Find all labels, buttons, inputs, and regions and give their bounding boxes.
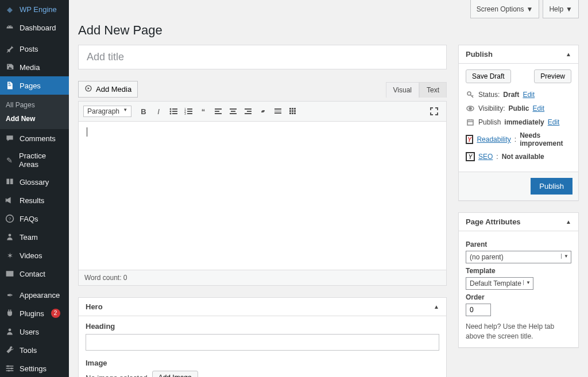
visibility-label: Visibility: (478, 104, 505, 112)
link-button[interactable] (256, 104, 270, 119)
editor-status-bar: Word count: 0 (78, 270, 447, 286)
align-center-button[interactable] (226, 104, 241, 119)
hero-heading-label: Heading (86, 322, 439, 331)
toolbar-toggle-button[interactable] (285, 104, 300, 119)
sidebar-item-results[interactable]: Results (0, 191, 69, 209)
sidebar-item-glossary[interactable]: Glossary (0, 173, 69, 191)
sidebar-sub-allpages[interactable]: All Pages (0, 98, 69, 112)
parent-select[interactable]: (no parent) ▼ (466, 251, 571, 263)
fullscreen-button[interactable] (427, 104, 442, 119)
svg-point-50 (469, 107, 471, 110)
chevron-down-icon: ▼ (527, 5, 533, 13)
tab-visual[interactable]: Visual (386, 82, 419, 98)
blockquote-button[interactable]: “ (196, 104, 211, 119)
sidebar-item-label: WP Engine (20, 5, 57, 14)
svg-point-15 (170, 108, 172, 110)
sidebar-item-settings[interactable]: Settings (0, 359, 69, 377)
sidebar-item-videos[interactable]: ✶ Videos (0, 246, 69, 265)
select-value: Default Template (470, 279, 521, 287)
sidebar-item-contact[interactable]: Contact (0, 265, 69, 283)
user-icon (5, 232, 15, 242)
edit-status-link[interactable]: Edit (523, 91, 535, 99)
svg-rect-33 (245, 108, 252, 110)
tab-text[interactable]: Text (419, 82, 447, 98)
collapse-toggle[interactable]: ▲ (566, 51, 571, 57)
media-icon (84, 84, 92, 94)
sidebar-item-plugins[interactable]: Plugins 2 (0, 304, 69, 322)
sidebar-item-wpengine[interactable]: ◆ WP Engine (0, 0, 69, 18)
sidebar-item-label: Settings (20, 364, 47, 373)
svg-rect-44 (294, 110, 296, 112)
svg-rect-35 (245, 113, 252, 114)
publish-box-title: Publish (466, 50, 493, 59)
order-input[interactable] (466, 304, 491, 316)
order-label: Order (466, 293, 571, 301)
eye-icon (466, 104, 475, 113)
sidebar-item-faqs[interactable]: ? FAQs (0, 209, 69, 228)
seo-link[interactable]: SEO (478, 153, 493, 161)
align-left-button[interactable] (211, 104, 226, 119)
sidebar-item-pages[interactable]: Pages (0, 76, 69, 95)
svg-point-7 (7, 365, 9, 367)
sidebar-item-tools[interactable]: Tools (0, 341, 69, 359)
template-label: Template (466, 267, 571, 275)
sidebar-item-comments[interactable]: Comments (0, 129, 69, 147)
sidebar-item-label: FAQs (20, 215, 38, 223)
sidebar-item-media[interactable]: Media (0, 58, 69, 76)
bullet-list-button[interactable] (166, 104, 181, 119)
word-count-value: 0 (123, 274, 127, 282)
sidebar-item-label: Users (20, 328, 39, 336)
save-draft-button[interactable]: Save Draft (466, 69, 511, 83)
svg-text:?: ? (9, 216, 11, 221)
sidebar-item-posts[interactable]: Posts (0, 40, 69, 58)
publish-button[interactable]: Publish (531, 178, 572, 195)
editor-toolbar: Paragraph B I 123 “ (78, 101, 447, 121)
svg-rect-22 (187, 108, 192, 110)
add-media-button[interactable]: Add Media (78, 81, 138, 98)
template-select[interactable]: Default Template ▼ (466, 277, 533, 290)
svg-rect-32 (230, 113, 237, 114)
sidebar-item-label: Glossary (20, 178, 49, 186)
svg-rect-31 (231, 111, 235, 112)
sidebar-item-label: Practice Areas (19, 151, 64, 169)
sidebar-item-users[interactable]: Users (0, 322, 69, 341)
format-select[interactable]: Paragraph (83, 106, 131, 117)
users-icon (5, 327, 15, 337)
content-editor[interactable] (78, 121, 447, 270)
button-label: Screen Options (477, 5, 524, 13)
svg-rect-42 (289, 110, 291, 112)
edit-date-link[interactable]: Edit (548, 118, 560, 126)
add-image-button[interactable]: Add Image (152, 371, 198, 377)
sidebar-item-dashboard[interactable]: Dashboard (0, 18, 69, 37)
sidebar-sub-addnew[interactable]: Add New (0, 112, 69, 126)
calendar-icon (466, 118, 475, 127)
svg-rect-38 (274, 112, 281, 114)
screen-options-button[interactable]: Screen Options ▼ (470, 0, 540, 18)
more-button[interactable] (270, 104, 285, 119)
svg-rect-37 (274, 111, 281, 111)
no-image-text: No image selected (86, 374, 148, 378)
hero-heading-input[interactable] (86, 334, 439, 351)
align-right-button[interactable] (241, 104, 256, 119)
bold-button[interactable]: B (136, 104, 151, 119)
key-icon (466, 90, 475, 99)
sidebar-item-practice-areas[interactable]: ✎ Practice Areas (0, 147, 69, 173)
attributes-help-text: Need help? Use the Help tab above the sc… (466, 322, 571, 341)
preview-button[interactable]: Preview (534, 69, 571, 83)
collapse-toggle[interactable]: ▲ (566, 219, 571, 225)
sidebar-item-team[interactable]: Team (0, 228, 69, 246)
readability-link[interactable]: Readability (477, 135, 510, 143)
edit-visibility-link[interactable]: Edit (532, 104, 544, 112)
help-icon: ? (5, 213, 15, 224)
italic-button[interactable]: I (151, 104, 166, 119)
help-button[interactable]: Help ▼ (543, 0, 579, 18)
sidebar-item-label: Team (20, 233, 38, 242)
settings-icon (5, 363, 15, 374)
chevron-down-icon: ▼ (566, 5, 572, 13)
sidebar-item-appearance[interactable]: ✒ Appearance (0, 286, 69, 304)
collapse-toggle[interactable]: ▲ (434, 304, 439, 310)
title-input[interactable] (78, 45, 447, 69)
svg-rect-36 (274, 108, 281, 110)
visibility-value: Public (508, 104, 529, 112)
number-list-button[interactable]: 123 (181, 104, 196, 119)
